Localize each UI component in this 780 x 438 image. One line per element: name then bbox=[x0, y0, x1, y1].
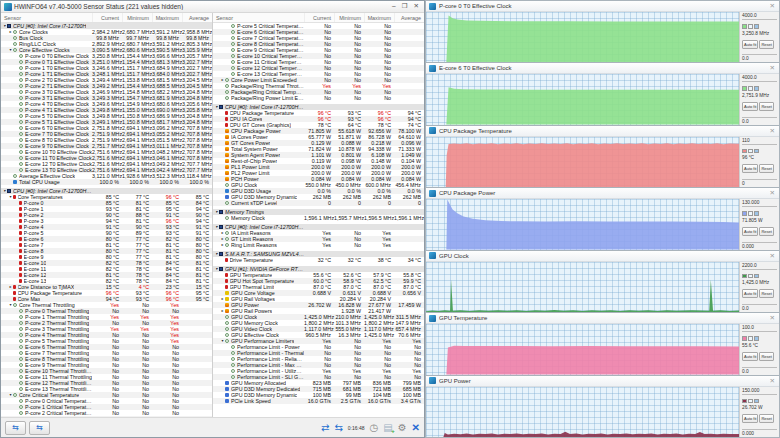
graph-titlebar[interactable]: P-core 0 T0 Effective Clock ✕ bbox=[426, 1, 779, 12]
sensor-window-titlebar[interactable]: HWiNFO64 v7.40-5000 Sensor Status (221 v… bbox=[1, 1, 424, 13]
background-color-swatch[interactable] bbox=[748, 149, 753, 154]
column-header-minimum[interactable]: Minimum bbox=[122, 13, 152, 22]
graph-current-value: 1,425.0 MHz bbox=[742, 280, 777, 285]
column-header-average[interactable]: Average bbox=[182, 13, 212, 22]
series-color-swatch[interactable] bbox=[742, 149, 747, 154]
sensor-row[interactable]: PCIe Link Speed 16.0 GT/s 2.5 GT/s 16.0 … bbox=[213, 398, 424, 404]
graph-titlebar[interactable]: GPU Clock ✕ bbox=[426, 251, 779, 262]
sensor-row[interactable]: Total CPU Usage 100.0 % 100.0 % 100.0 % … bbox=[1, 179, 212, 185]
graph-series bbox=[426, 262, 739, 312]
series-color-swatch[interactable] bbox=[742, 274, 747, 279]
minimize-button[interactable]: – bbox=[392, 3, 396, 10]
graph-plot-area bbox=[426, 262, 739, 312]
background-color-swatch[interactable] bbox=[748, 86, 753, 91]
background-color-swatch[interactable] bbox=[748, 336, 753, 341]
value-minimum: No bbox=[334, 95, 364, 101]
autofit-button[interactable]: Auto fit bbox=[742, 227, 758, 236]
reset-button[interactable]: Reset bbox=[759, 164, 773, 173]
graph-window: GPU Power ✕ 150.000 26.702 W Auto fit bbox=[425, 376, 780, 438]
background-color-swatch[interactable] bbox=[748, 211, 753, 216]
column-header-minimum[interactable]: Minimum bbox=[334, 13, 364, 22]
reset-button[interactable]: Reset bbox=[759, 227, 773, 236]
grid-color-swatch[interactable] bbox=[754, 211, 759, 216]
autofit-button[interactable]: Auto fit bbox=[742, 352, 758, 361]
graph-scale-max: 2200.0 bbox=[742, 263, 777, 270]
series-color-swatch[interactable] bbox=[742, 211, 747, 216]
reset-button[interactable]: Reset bbox=[759, 102, 773, 111]
graph-scale-min: 0 bbox=[742, 179, 777, 186]
hwinfo-sensor-app: HWiNFO64 v7.40-5000 Sensor Status (221 v… bbox=[0, 0, 780, 438]
graph-close-icon[interactable]: ✕ bbox=[770, 2, 776, 10]
column-header-maximum[interactable]: Maximum bbox=[152, 13, 182, 22]
sensor-type-icon bbox=[225, 141, 229, 145]
sensor-pane-right: Sensor Current Minimum Maximum Average P… bbox=[212, 13, 424, 417]
sensor-type-icon bbox=[225, 297, 229, 301]
grid-color-swatch[interactable] bbox=[754, 274, 759, 279]
graph-titlebar[interactable]: CPU Package Temperature ✕ bbox=[426, 126, 779, 137]
grid-color-swatch[interactable] bbox=[754, 149, 759, 154]
column-header-sensor[interactable]: Sensor bbox=[1, 15, 92, 21]
reset-button[interactable]: Reset bbox=[759, 40, 773, 49]
autofit-button[interactable]: Auto fit bbox=[742, 289, 758, 298]
sensor-type-icon bbox=[225, 339, 229, 343]
grid-color-swatch[interactable] bbox=[754, 86, 759, 91]
series-color-swatch[interactable] bbox=[742, 399, 747, 404]
close-sensors-icon[interactable]: ✕ bbox=[412, 423, 420, 433]
value-current: 26.702 W bbox=[304, 302, 334, 308]
autofit-button[interactable]: Auto fit bbox=[742, 414, 758, 423]
maximize-button[interactable]: ❐ bbox=[402, 3, 408, 10]
clock-icon[interactable]: ◷ bbox=[369, 423, 378, 433]
reset-button[interactable]: Reset bbox=[759, 414, 773, 423]
autofit-button[interactable]: Auto fit bbox=[742, 40, 758, 49]
column-header-current[interactable]: Current bbox=[304, 13, 334, 22]
graph-series bbox=[426, 12, 739, 62]
background-color-swatch[interactable] bbox=[748, 399, 753, 404]
logging-report-icon[interactable]: ▤+ bbox=[383, 423, 392, 433]
series-color-swatch[interactable] bbox=[742, 336, 747, 341]
autofit-button[interactable]: Auto fit bbox=[742, 164, 758, 173]
graph-close-icon[interactable]: ✕ bbox=[770, 189, 776, 197]
background-color-swatch[interactable] bbox=[748, 24, 753, 29]
grid-color-swatch[interactable] bbox=[754, 24, 759, 29]
sensor-type-icon bbox=[13, 36, 17, 40]
graph-close-icon[interactable]: ✕ bbox=[770, 314, 776, 322]
expand-columns-button[interactable]: ⇆ bbox=[29, 421, 50, 435]
grid-color-swatch[interactable] bbox=[754, 336, 759, 341]
sensor-row[interactable]: ▸ Ring Limit Reasons Yes No Yes bbox=[213, 242, 424, 248]
graph-titlebar[interactable]: CPU Package Power ✕ bbox=[426, 188, 779, 199]
column-header-maximum[interactable]: Maximum bbox=[364, 13, 394, 22]
series-color-swatch[interactable] bbox=[742, 24, 747, 29]
column-header-average[interactable]: Average bbox=[394, 13, 424, 22]
graph-titlebar[interactable]: GPU Temperature ✕ bbox=[426, 313, 779, 324]
sensor-row[interactable]: Package/Ring Power Limit Exceeded No No … bbox=[213, 95, 424, 101]
reset-button[interactable]: Reset bbox=[759, 352, 773, 361]
close-button[interactable]: ✕ bbox=[414, 3, 419, 10]
settings-gear-icon[interactable]: ⚙ bbox=[398, 423, 407, 433]
graph-titlebar[interactable]: GPU Power ✕ bbox=[426, 376, 779, 387]
sensor-row[interactable]: Drive Temperature 32 °C 32 °C 38 °C 34 °… bbox=[213, 257, 424, 263]
series-color-swatch[interactable] bbox=[742, 86, 747, 91]
sensor-type-icon bbox=[13, 30, 17, 34]
sensor-type-icon bbox=[19, 279, 22, 283]
graph-close-icon[interactable]: ✕ bbox=[770, 127, 776, 135]
graph-color-legend bbox=[742, 274, 777, 279]
autofit-button[interactable]: Auto fit bbox=[742, 102, 758, 111]
reset-values-icon[interactable]: ⇆ bbox=[334, 423, 342, 433]
sensor-row[interactable]: Current sTDP Level 0 0 0 0 bbox=[213, 200, 424, 206]
configure-sensors-icon[interactable]: ⇄ bbox=[321, 423, 329, 433]
graph-close-icon[interactable]: ✕ bbox=[770, 252, 776, 260]
monitoring-time: 0:16:48 bbox=[348, 425, 365, 431]
graph-close-icon[interactable]: ✕ bbox=[770, 377, 776, 385]
background-color-swatch[interactable] bbox=[748, 274, 753, 279]
sensor-label: Drive Temperature bbox=[230, 257, 273, 263]
column-header-sensor[interactable]: Sensor bbox=[213, 15, 304, 21]
sensor-row[interactable]: Memory Clock 1,596.1 MHz 1,595.7 MHz 1,5… bbox=[213, 215, 424, 221]
value-minimum: No bbox=[334, 242, 364, 248]
reset-button[interactable]: Reset bbox=[759, 289, 773, 298]
sensor-type-icon bbox=[231, 42, 235, 46]
graph-titlebar[interactable]: E-core 6 T0 Effective Clock ✕ bbox=[426, 63, 779, 74]
grid-color-swatch[interactable] bbox=[754, 399, 759, 404]
shrink-columns-button[interactable]: ⇆ bbox=[5, 421, 26, 435]
column-header-current[interactable]: Current bbox=[92, 13, 122, 22]
graph-close-icon[interactable]: ✕ bbox=[770, 64, 776, 72]
